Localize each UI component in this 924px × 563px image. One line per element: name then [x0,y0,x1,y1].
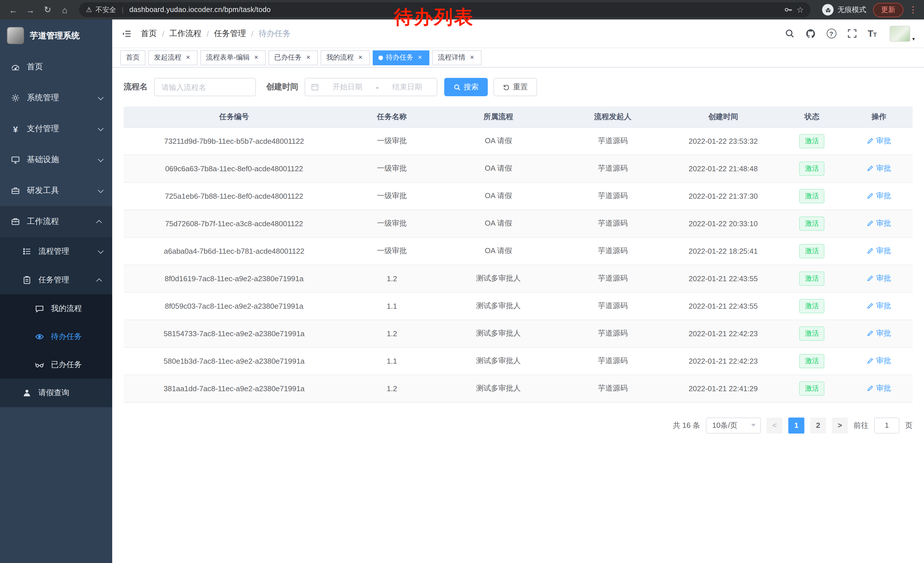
url-text: dashboard.yudao.iocoder.cn/bpm/task/todo [129,6,271,14]
omnibox-divider: | [122,6,124,14]
tab-close-icon[interactable]: × [184,54,192,61]
sidebar-item-payment[interactable]: ¥ 支付管理 [0,113,112,144]
cell-created: 2022-01-22 21:37:30 [668,182,778,210]
sidebar-item-leave-query[interactable]: 请假查询 [0,378,112,407]
sidebar-item-done-tasks[interactable]: 已办任务 [0,350,112,378]
approve-link[interactable]: 审批 [867,136,891,146]
breadcrumb-task-mgmt[interactable]: 任务管理 [214,29,246,39]
tab-todo-tasks[interactable]: 待办任务 × [373,50,429,65]
process-name-input[interactable] [154,78,256,96]
tab-home[interactable]: 首页 [120,50,146,65]
search-icon[interactable] [784,29,794,38]
app-logo-row[interactable]: 芋道管理系统 [0,20,112,51]
goto-page-input[interactable] [874,417,899,433]
sidebar-item-system[interactable]: 系统管理 [0,83,112,113]
tab-close-icon[interactable]: × [304,54,312,61]
todo-task-page: 流程名 创建时间 开始日期 - 结束日期 [112,68,924,563]
bookmark-star-icon[interactable]: ☆ [796,5,804,14]
collapse-sidebar-icon[interactable] [122,29,132,39]
sidebar-item-process-mgmt[interactable]: 流程管理 [0,237,112,266]
page-button-1[interactable]: 1 [788,417,804,433]
tab-close-icon[interactable]: × [468,54,476,61]
tab-start-process[interactable]: 发起流程 × [148,50,198,65]
tab-close-icon[interactable]: × [416,54,424,61]
cell-process: OA 请假 [439,182,557,210]
cell-action: 审批 [846,347,912,375]
status-badge: 激活 [800,326,825,341]
tags-view-bar: 首页 发起流程 × 流程表单-编辑 × 已办任务 × 我的流程 × [112,48,924,68]
status-badge: 激活 [800,161,825,176]
table-header-row: 任务编号 任务名称 所属流程 流程发起人 创建时间 状态 操作 [124,107,912,127]
fullscreen-icon[interactable] [847,29,857,38]
browser-update-button[interactable]: 更新 [873,3,903,17]
font-size-icon[interactable]: TT [868,29,877,39]
approve-link[interactable]: 审批 [867,273,891,284]
cell-action: 审批 [846,210,912,237]
approve-link[interactable]: 审批 [867,301,891,311]
status-badge: 激活 [800,299,825,313]
browser-back-button[interactable]: ← [6,2,21,17]
sidebar-item-my-process[interactable]: 我的流程 [0,294,112,323]
tab-close-icon[interactable]: × [357,54,364,61]
sidebar-item-home[interactable]: 首页 [0,51,112,83]
next-page-button[interactable]: > [832,417,848,433]
reset-button[interactable]: 重置 [494,78,537,96]
approve-link[interactable]: 审批 [867,163,891,174]
page-size-select[interactable]: 10条/页 [706,417,761,433]
status-badge: 激活 [800,134,825,148]
address-bar[interactable]: ⚠ 不安全 | dashboard.yudao.iocoder.cn/bpm/t… [79,2,811,17]
search-button[interactable]: 搜索 [444,78,488,96]
approve-link[interactable]: 审批 [867,218,891,228]
sidebar-item-todo-tasks[interactable]: 待办任务 [0,323,112,350]
github-icon[interactable] [805,29,816,39]
col-created: 创建时间 [668,107,778,127]
status-badge: 激活 [800,271,825,285]
breadcrumb-workflow[interactable]: 工作流程 [170,29,201,39]
browser-menu-icon[interactable]: ⋮ [908,5,918,15]
sidebar-item-workflow[interactable]: 工作流程 [0,206,112,237]
cell-created: 2022-01-21 22:43:55 [668,292,778,320]
cell-process: OA 请假 [439,210,557,237]
approve-link[interactable]: 审批 [867,356,891,366]
browser-home-button[interactable]: ⌂ [57,2,72,17]
tab-my-process[interactable]: 我的流程 × [321,50,370,65]
toolbox-icon [10,186,21,195]
approve-link[interactable]: 审批 [867,191,891,201]
tab-close-icon[interactable]: × [252,54,260,61]
chevron-down-icon [98,94,104,100]
security-warning-icon: ⚠ [86,6,92,14]
cell-starter: 芋道源码 [558,127,668,155]
sidebar-item-task-mgmt[interactable]: 任务管理 [0,266,112,294]
approve-link[interactable]: 审批 [867,246,891,256]
page-header: 首页 / 工作流程 / 任务管理 / 待办任务 [112,20,924,48]
approve-link[interactable]: 审批 [867,328,891,338]
eye-icon [34,332,45,341]
table-row: 8f0d1619-7ac8-11ec-a9e2-a2380e71991a 1.2… [124,264,912,292]
password-key-icon[interactable] [784,5,793,14]
prev-page-button[interactable]: < [766,417,783,433]
gear-icon [10,93,21,102]
user-avatar[interactable]: ▾ [890,26,915,42]
col-starter: 流程发起人 [558,107,668,127]
table-row: 725a1eb6-7b88-11ec-8ef0-acde48001122 一级审… [124,182,912,210]
cell-status: 激活 [778,347,845,375]
date-range-picker[interactable]: 开始日期 - 结束日期 [304,78,437,96]
tab-form-edit[interactable]: 流程表单-编辑 × [200,50,266,65]
sidebar-item-infrastructure[interactable]: 基础设施 [0,144,112,175]
tab-done-tasks[interactable]: 已办任务 × [268,50,318,65]
tab-process-detail[interactable]: 流程详情 × [432,50,482,65]
page-button-2[interactable]: 2 [810,417,826,433]
cell-action: 审批 [846,155,912,182]
sidebar-item-devtools[interactable]: 研发工具 [0,175,112,206]
process-name-label: 流程名 [124,82,148,92]
goto-label: 前往 [854,420,868,431]
pagination: 共 16 条 10条/页 < 1 2 > 前往 页 [124,417,912,433]
browser-forward-button[interactable]: → [23,2,38,17]
approve-link[interactable]: 审批 [867,383,891,393]
breadcrumb-home[interactable]: 首页 [141,29,157,39]
help-icon[interactable]: ? [826,29,836,38]
cell-status: 激活 [778,155,845,182]
cell-task-id: 75d72608-7b7f-11ec-a3c8-acde48001122 [124,210,345,237]
chevron-down-icon [98,248,104,254]
browser-reload-button[interactable]: ↻ [40,2,55,17]
